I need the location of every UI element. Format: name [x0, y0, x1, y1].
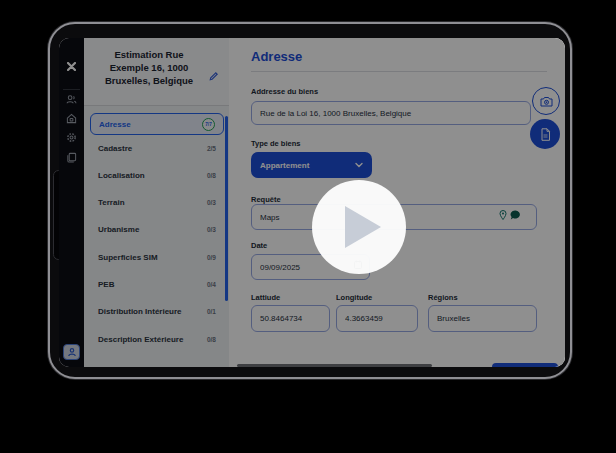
- play-icon: [345, 206, 381, 248]
- tablet-frame: Estimation Rue Exemple 16, 1000 Bruxelle…: [48, 22, 572, 379]
- play-button[interactable]: [312, 180, 406, 274]
- video-dim-overlay: [59, 38, 565, 367]
- app-screen: Estimation Rue Exemple 16, 1000 Bruxelle…: [59, 38, 565, 367]
- video-thumbnail-stage: Estimation Rue Exemple 16, 1000 Bruxelle…: [0, 0, 616, 453]
